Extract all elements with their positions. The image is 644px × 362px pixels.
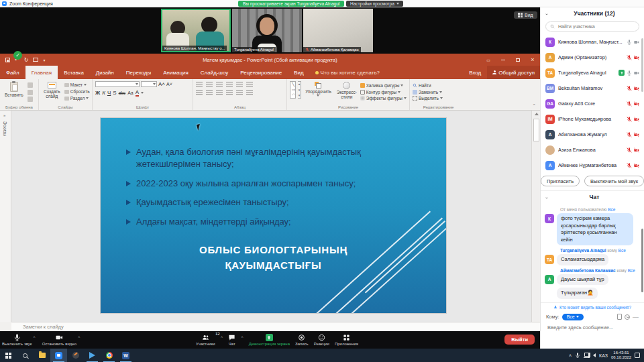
restore-button[interactable]	[511, 54, 525, 66]
tab-home[interactable]: Главная	[25, 66, 58, 79]
thumbnails-pane[interactable]: » Эскизы	[0, 111, 11, 322]
justify-icon[interactable]	[226, 90, 233, 96]
chat-chevron[interactable]: ˄	[241, 335, 244, 339]
participant-row[interactable]: TA Turganaliyeva Ainagul	[541, 65, 644, 80]
bold-button[interactable]: Ж	[95, 90, 100, 96]
share-screen-button[interactable]: Демонстрация экрана	[249, 334, 290, 346]
camera-off-icon[interactable]	[634, 101, 639, 107]
attach-file-icon[interactable]	[617, 314, 622, 320]
increase-indent-icon[interactable]	[226, 82, 233, 88]
reactions-button[interactable]: Реакции	[314, 334, 329, 346]
columns-icon[interactable]	[236, 90, 243, 96]
scroll-up-icon[interactable]	[535, 113, 539, 115]
tab-design[interactable]: Дизайн	[90, 66, 120, 79]
start-button[interactable]	[0, 349, 17, 362]
camera-off-icon[interactable]	[634, 147, 639, 153]
paste-button[interactable]: Вставить	[3, 81, 25, 103]
stop-video-button[interactable]: Остановить видео	[42, 334, 76, 346]
tray-expand-icon[interactable]: ˄	[569, 353, 572, 358]
smartart-icon[interactable]	[246, 90, 253, 96]
redo-icon[interactable]: ↻	[24, 57, 29, 63]
cut-icon[interactable]	[28, 82, 33, 88]
align-left-icon[interactable]	[196, 90, 203, 96]
copy-icon[interactable]	[28, 90, 33, 95]
exit-meeting-button[interactable]: Выйти	[504, 335, 535, 345]
mic-muted-icon[interactable]	[627, 117, 632, 122]
search-input[interactable]	[557, 23, 635, 29]
audio-options-chevron[interactable]: ˄	[33, 335, 36, 339]
taskbar-search-button[interactable]	[17, 349, 34, 362]
mic-icon[interactable]	[627, 70, 632, 76]
record-button[interactable]: Запись	[295, 334, 309, 346]
invite-button[interactable]: Пригласить	[541, 176, 580, 186]
mic-muted-icon[interactable]	[627, 147, 632, 153]
mic-icon[interactable]	[627, 40, 632, 45]
more-options-icon[interactable]: —	[633, 314, 639, 320]
mute-my-audio-button[interactable]: Выключить мой звук	[584, 176, 644, 186]
format-painter-icon[interactable]	[28, 97, 33, 102]
word-button[interactable]	[117, 349, 134, 362]
replace-button[interactable]: Заменить	[413, 90, 443, 95]
tab-view[interactable]: Вид	[288, 66, 309, 79]
decrease-indent-icon[interactable]	[216, 82, 223, 88]
mic-muted-icon[interactable]	[627, 86, 632, 91]
mic-muted-icon[interactable]	[627, 163, 632, 168]
sign-in-button[interactable]: Вход	[463, 70, 487, 76]
chat-button[interactable]: Чат	[228, 334, 235, 346]
participant-row[interactable]: А Айкенже Нұрмаганбетова	[541, 158, 644, 173]
tab-review[interactable]: Рецензирование	[234, 66, 288, 79]
participant-row[interactable]: А Абилханова Жумагул	[541, 127, 644, 142]
chat-scrollbar-thumb[interactable]	[641, 229, 643, 292]
mute-button[interactable]: Выключить звук	[2, 334, 32, 346]
shrink-font-icon[interactable]: А˅	[166, 82, 172, 86]
notes-pane[interactable]: Заметки к слайду	[11, 322, 540, 331]
close-button[interactable]: ×	[525, 54, 540, 66]
emoji-icon[interactable]	[625, 314, 630, 320]
font-size-combo[interactable]	[141, 81, 157, 87]
strikethrough-button[interactable]: abc	[119, 90, 125, 95]
chrome-button[interactable]	[101, 349, 117, 362]
participant-row[interactable]: GA Galaxy A03 Core	[541, 96, 644, 111]
file-explorer-button[interactable]	[34, 349, 50, 362]
participants-scrollbar-thumb[interactable]	[641, 38, 643, 92]
participant-row[interactable]: К Киянова Шолпан, Маңғыст... (Я)	[541, 34, 644, 50]
participant-row[interactable]: IM iPhone Мухамедьярова	[541, 111, 644, 127]
video-tile-2[interactable]: Turganaliyeva Ainagul	[232, 9, 302, 52]
participants-chevron[interactable]: ˄	[221, 335, 223, 339]
privacy-note[interactable]: Кто может видеть ваши сообщения?	[541, 302, 644, 311]
collapse-chat-icon[interactable]: ⌄	[545, 195, 549, 199]
new-slide-button[interactable]: Создать слайд	[42, 81, 62, 103]
font-color-button[interactable]: А	[136, 89, 139, 97]
shape-fill-button[interactable]: Заливка фигуры	[360, 83, 407, 88]
tell-me-box[interactable]: Что вы хотите сделать?	[310, 66, 385, 79]
view-settings-button[interactable]: Настройки просмотра	[346, 1, 403, 7]
reset-button[interactable]: Сбросить	[64, 89, 90, 94]
bullets-icon[interactable]	[196, 82, 203, 88]
tab-transitions[interactable]: Переходы	[120, 66, 158, 79]
tray-mic-icon[interactable]	[575, 353, 580, 358]
section-button[interactable]: Раздел	[64, 96, 90, 101]
camera-icon[interactable]	[634, 40, 639, 45]
participant-row[interactable]: BM Beksultan Mairamov	[541, 80, 644, 96]
line-spacing-icon[interactable]	[236, 82, 243, 88]
participant-search[interactable]	[545, 21, 639, 32]
start-slideshow-icon[interactable]	[33, 58, 38, 62]
vertical-scrollbar[interactable]	[531, 111, 540, 322]
change-case-button[interactable]: Аа	[127, 90, 133, 95]
select-button[interactable]: Выделить	[413, 96, 443, 101]
view-layout-button[interactable]: Вид	[514, 11, 537, 19]
collapse-ribbon-icon[interactable]: ⌃	[532, 103, 536, 109]
scrollbar-thumb[interactable]	[533, 119, 539, 141]
camera-off-icon[interactable]	[634, 163, 639, 168]
chat-message-input[interactable]	[546, 324, 639, 331]
shape-outline-button[interactable]: Контур фигуры	[360, 90, 407, 95]
numbering-icon[interactable]	[206, 82, 213, 88]
slide-canvas[interactable]: Аудан, қала биология пәні мұғалімдерінің…	[101, 118, 446, 313]
mic-muted-icon[interactable]	[627, 132, 632, 137]
font-name-combo[interactable]	[95, 81, 140, 87]
apps-button[interactable]: Приложения	[335, 334, 358, 346]
participant-row[interactable]: А Админ (Организатор)	[541, 50, 644, 65]
mic-muted-icon[interactable]	[627, 101, 632, 107]
camera-off-icon[interactable]	[634, 132, 639, 137]
align-center-icon[interactable]	[206, 90, 213, 96]
